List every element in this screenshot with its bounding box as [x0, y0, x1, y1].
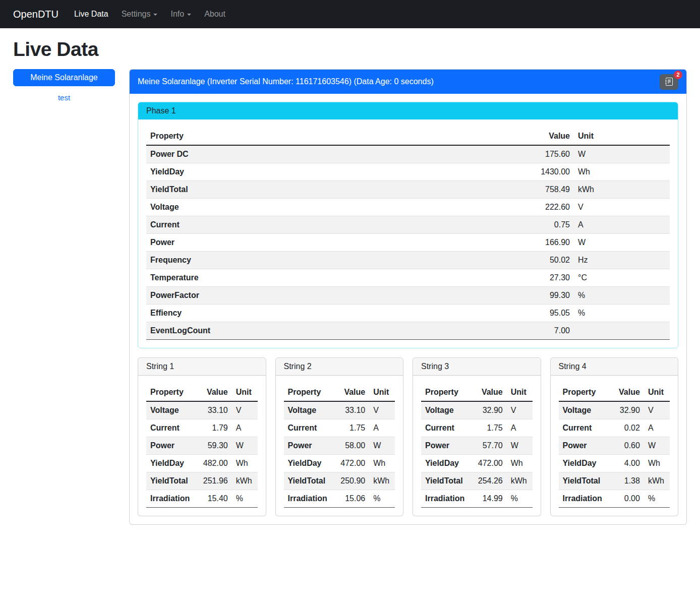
table-row: Voltage32.90V [421, 401, 533, 419]
value-cell: 50.02 [423, 252, 574, 269]
unit-cell: W [574, 145, 670, 163]
nav-live-data[interactable]: Live Data [68, 6, 115, 23]
value-cell: 95.05 [423, 305, 574, 322]
unit-cell: kWh [574, 181, 670, 199]
unit-cell [574, 322, 670, 340]
table-row: Power166.90W [146, 234, 670, 252]
table-row: Current1.79A [146, 419, 258, 437]
unit-cell: A [644, 419, 670, 437]
nav-info[interactable]: Info [164, 6, 198, 23]
column-header-value: Value [423, 128, 574, 145]
value-cell: 14.99 [469, 490, 506, 508]
string-1-table: Property Value Unit Voltage33.10VCurrent… [146, 384, 258, 508]
strings-row: String 1 Property Value Unit [138, 357, 678, 516]
value-cell: 0.75 [423, 216, 574, 234]
property-cell: YieldTotal [146, 472, 194, 490]
eventlog-button[interactable]: 2 [660, 74, 678, 90]
column-header-unit: Unit [644, 384, 670, 401]
inverter-card-title: Meine Solaranlage (Inverter Serial Numbe… [138, 77, 434, 86]
table-header-row: Property Value Unit [146, 384, 258, 401]
property-cell: Irradiation [284, 490, 331, 508]
unit-cell: W [574, 234, 670, 252]
unit-cell: Wh [574, 163, 670, 181]
property-cell: YieldDay [421, 455, 469, 472]
unit-cell: A [507, 419, 533, 437]
unit-cell: Wh [232, 455, 258, 472]
unit-cell: V [369, 401, 395, 419]
unit-cell: W [644, 437, 670, 455]
table-row: Power59.30W [146, 437, 258, 455]
page-container: Live Data Meine Solaranlage test Meine S… [0, 38, 700, 529]
nav-about[interactable]: About [198, 6, 232, 23]
property-cell: Current [284, 419, 331, 437]
value-cell: 32.90 [606, 401, 644, 419]
value-cell: 166.90 [423, 234, 574, 252]
column-header-unit: Unit [232, 384, 258, 401]
column-header-unit: Unit [574, 128, 670, 145]
property-cell: Irradiation [421, 490, 469, 508]
table-header-row: Property Value Unit [146, 128, 670, 145]
value-cell: 0.02 [606, 419, 644, 437]
property-cell: Power [146, 437, 194, 455]
unit-cell: W [369, 437, 395, 455]
property-cell: Voltage [146, 401, 194, 419]
property-cell: Voltage [559, 401, 606, 419]
table-row: Power58.00W [284, 437, 395, 455]
property-cell: YieldTotal [284, 472, 331, 490]
table-row: Irradiation14.99% [421, 490, 533, 508]
unit-cell: V [574, 199, 670, 216]
table-row: YieldDay472.00Wh [284, 455, 395, 472]
property-cell: YieldTotal [421, 472, 469, 490]
caret-down-icon [153, 14, 157, 16]
property-cell: Current [146, 419, 194, 437]
caret-down-icon [187, 14, 191, 16]
property-cell: YieldDay [146, 163, 423, 181]
unit-cell: V [232, 401, 258, 419]
property-cell: PowerFactor [146, 287, 423, 305]
table-row: Irradiation15.06% [284, 490, 395, 508]
nav-settings-label: Settings [122, 10, 151, 19]
column-header-property: Property [146, 128, 423, 145]
table-row: EventLogCount7.00 [146, 322, 670, 340]
property-cell: Power [284, 437, 331, 455]
value-cell: 251.96 [194, 472, 231, 490]
property-cell: Power [421, 437, 469, 455]
property-cell: Irradiation [146, 490, 194, 508]
inverter-select-button[interactable]: Meine Solaranlage [13, 69, 115, 86]
nav-settings[interactable]: Settings [115, 6, 164, 23]
unit-cell: °C [574, 269, 670, 287]
table-row: YieldDay472.00Wh [421, 455, 533, 472]
value-cell: 33.10 [194, 401, 231, 419]
unit-cell: V [507, 401, 533, 419]
table-row: Irradiation15.40% [146, 490, 258, 508]
eventlog-count-badge: 2 [674, 71, 682, 79]
table-row: Voltage222.60V [146, 199, 670, 216]
unit-cell: W [232, 437, 258, 455]
unit-cell: Wh [644, 455, 670, 472]
value-cell: 32.90 [469, 401, 506, 419]
table-row: YieldTotal251.96kWh [146, 472, 258, 490]
value-cell: 4.00 [606, 455, 644, 472]
value-cell: 7.00 [423, 322, 574, 340]
property-cell: Frequency [146, 252, 423, 269]
unit-cell: % [232, 490, 258, 508]
table-row: Effiency95.05% [146, 305, 670, 322]
page-title: Live Data [13, 38, 687, 60]
unit-cell: Hz [574, 252, 670, 269]
property-cell: Power [146, 234, 423, 252]
string-2-table: Property Value Unit Voltage33.10VCurrent… [284, 384, 395, 508]
string-card-2: String 2 Property Value Unit [275, 357, 404, 516]
journal-text-icon [665, 78, 673, 86]
string-card-1: String 1 Property Value Unit [138, 357, 266, 516]
inverter-card: Meine Solaranlage (Inverter Serial Numbe… [129, 69, 687, 525]
table-row: Current0.02A [559, 419, 670, 437]
table-row: Irradiation0.00% [559, 490, 670, 508]
main-content: Meine Solaranlage (Inverter Serial Numbe… [129, 69, 687, 525]
app-brand[interactable]: OpenDTU [13, 9, 59, 20]
unit-cell: V [644, 401, 670, 419]
table-row: Power0.60W [559, 437, 670, 455]
unit-cell: A [574, 216, 670, 234]
nav-about-label: About [204, 10, 225, 19]
inverter-select-test-link[interactable]: test [13, 93, 115, 102]
unit-cell: A [232, 419, 258, 437]
